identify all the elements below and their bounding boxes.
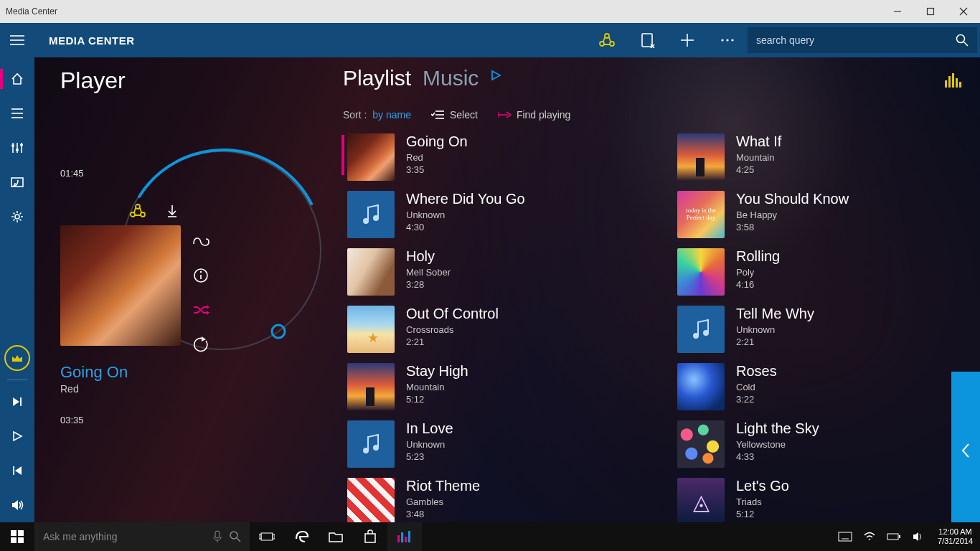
svg-point-15 [721, 39, 723, 41]
sync-icon[interactable] [587, 23, 627, 57]
svg-point-48 [363, 218, 369, 224]
track-title: Rolling [736, 248, 780, 264]
player-download-icon[interactable] [164, 202, 181, 220]
track-item[interactable]: In LoveUnknown5:23 [343, 420, 616, 468]
minimize-button[interactable] [881, 0, 914, 23]
close-button[interactable] [947, 0, 980, 23]
svg-rect-58 [959, 82, 961, 88]
nav-library[interactable] [0, 96, 34, 131]
svg-point-16 [726, 39, 728, 41]
track-item[interactable]: Stay HighMountain5:12 [343, 363, 616, 410]
track-item[interactable]: Where Did You GoUnknown4:30 [343, 191, 616, 238]
select-button[interactable]: Select [431, 109, 478, 121]
add-button[interactable] [667, 23, 707, 57]
control-next[interactable] [0, 385, 34, 419]
tray-keyboard-icon[interactable] [833, 522, 857, 551]
track-item[interactable]: today is the Perfect dayYou Should KnowB… [673, 191, 946, 238]
nav-settings[interactable] [0, 199, 34, 234]
track-length: 4:25 [736, 164, 781, 175]
tab-playlist[interactable]: Playlist [343, 66, 411, 90]
track-thumb [677, 133, 725, 181]
track-thumb [677, 363, 725, 410]
track-artist: Unknown [406, 209, 525, 220]
svg-point-28 [20, 143, 23, 146]
track-item[interactable]: Tell Me WhyUnknown2:21 [673, 306, 946, 353]
tray-volume-icon[interactable] [906, 522, 930, 551]
track-item[interactable]: Light the SkyYellowstone4:33 [673, 420, 946, 468]
maximize-button[interactable] [914, 0, 947, 23]
more-button[interactable] [707, 23, 748, 57]
tray-wifi-icon[interactable] [857, 522, 882, 551]
cortana-input[interactable] [43, 531, 205, 542]
svg-rect-62 [18, 537, 24, 543]
lastfm-icon[interactable] [191, 231, 211, 251]
svg-point-8 [600, 42, 604, 46]
track-item[interactable]: Out Of ControlCrossroads2:21 [343, 306, 616, 353]
play-all-icon[interactable] [490, 70, 507, 87]
repeat-icon[interactable] [191, 334, 211, 354]
track-length: 3:22 [736, 394, 777, 405]
cortana-search[interactable] [34, 522, 250, 551]
mediacenter-taskbar-icon[interactable] [387, 522, 422, 551]
tray-clock[interactable]: 12:00 AM7/31/2014 [930, 527, 980, 546]
svg-point-17 [731, 39, 733, 41]
control-volume[interactable] [0, 488, 34, 522]
svg-rect-66 [261, 533, 273, 540]
track-artist: Yellowstone [736, 439, 819, 450]
control-play[interactable] [0, 419, 34, 453]
visualizer-icon[interactable] [944, 73, 961, 88]
player-share-icon[interactable] [129, 202, 146, 220]
track-item[interactable]: RollingPoly4:16 [673, 248, 946, 296]
svg-rect-72 [408, 531, 410, 542]
search-input[interactable] [756, 34, 956, 46]
track-length: 3:35 [406, 164, 468, 175]
track-artist: Gambles [406, 496, 480, 507]
edge-icon[interactable] [284, 522, 319, 551]
svg-rect-76 [899, 535, 900, 538]
track-title: Going On [406, 133, 468, 149]
side-drawer-toggle[interactable] [951, 372, 980, 522]
track-artist: Unknown [406, 439, 453, 450]
svg-rect-67 [259, 534, 261, 539]
track-item[interactable]: Riot ThemeGambles3:48 [343, 478, 616, 522]
nav-cast[interactable] [0, 165, 34, 199]
shuffle-icon[interactable] [191, 300, 211, 320]
sort-value[interactable]: by name [372, 109, 411, 121]
premium-badge[interactable] [4, 345, 30, 371]
device-icon[interactable] [627, 23, 667, 57]
track-title: Let's Go [736, 478, 789, 494]
track-length: 4:16 [736, 279, 780, 290]
track-artist: Mountain [406, 382, 468, 392]
now-playing-artist: Red [60, 383, 79, 395]
task-view-icon[interactable] [250, 522, 284, 551]
track-length: 2:21 [736, 336, 814, 347]
hamburger-button[interactable] [0, 23, 34, 57]
svg-point-52 [693, 333, 699, 339]
search-box[interactable] [748, 27, 977, 53]
track-title: Riot Theme [406, 478, 480, 494]
track-item[interactable]: What IfMountain4:25 [673, 133, 946, 181]
find-playing-button[interactable]: Find playing [498, 109, 571, 121]
explorer-icon[interactable] [319, 522, 353, 551]
svg-point-64 [230, 532, 237, 539]
nav-home[interactable] [0, 62, 34, 96]
svg-point-36 [131, 212, 135, 217]
track-item[interactable]: Going OnRed3:35 [343, 133, 616, 181]
tray-battery-icon[interactable] [882, 522, 906, 551]
start-button[interactable] [0, 522, 34, 551]
tab-music[interactable]: Music [423, 66, 479, 90]
track-length: 5:12 [736, 509, 789, 519]
nav-equalizer[interactable] [0, 131, 34, 165]
track-item[interactable]: RosesCold3:22 [673, 363, 946, 410]
track-item[interactable]: Let's GoTriads5:12 [673, 478, 946, 522]
store-icon[interactable] [353, 522, 387, 551]
track-title: Roses [736, 363, 777, 379]
control-prev[interactable] [0, 453, 34, 488]
window-titlebar: Media Center [0, 0, 980, 23]
track-artist: Mountain [736, 152, 781, 163]
track-title: Holy [406, 248, 451, 264]
track-item[interactable]: HolyMell Sober3:28 [343, 248, 616, 296]
info-icon[interactable] [191, 265, 211, 286]
track-thumb [677, 306, 725, 353]
taskbar: 12:00 AM7/31/2014 [0, 522, 980, 551]
